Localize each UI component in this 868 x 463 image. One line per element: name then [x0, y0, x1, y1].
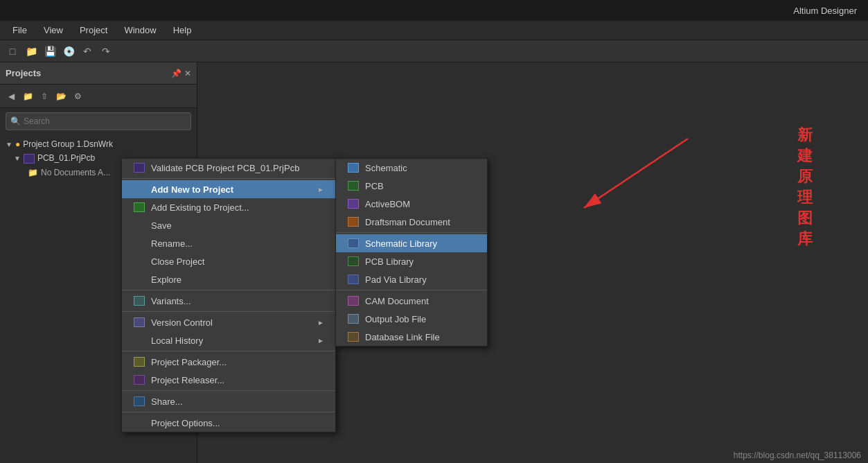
ctx-vc-arrow: ►: [317, 319, 324, 326]
ctx-sep-2: [122, 290, 335, 290]
ctx-sub-pcblibrary[interactable]: PCB Library: [336, 252, 487, 270]
ctx-sep-3: [122, 311, 335, 312]
ctx-share-icon: [133, 396, 145, 407]
ctx-options[interactable]: Project Options...: [122, 414, 335, 432]
toolbar-undo[interactable]: ↶: [79, 43, 96, 60]
ctx-sub-schematic-library[interactable]: Schematic Library: [336, 234, 487, 252]
ctx-options-label: Project Options...: [151, 418, 220, 428]
statusbar: https://blog.csdn.net/qq_38113006: [727, 448, 868, 463]
ctx-explore[interactable]: Explore: [122, 270, 335, 288]
ctx-rename-label: Rename...: [151, 238, 193, 249]
ctx-sub-cam-label: CAM Document: [365, 296, 429, 306]
cam-icon: [347, 295, 360, 306]
annotation-arrow: [556, 118, 764, 222]
menu-window[interactable]: Window: [117, 22, 163, 38]
project-group-label: Project Group 1.DsnWrk: [23, 139, 113, 149]
ctx-validate[interactable]: Validate PCB Project PCB_01.PrjPcb: [122, 159, 335, 177]
validate-icon: [133, 162, 145, 173]
menu-file[interactable]: File: [6, 22, 34, 38]
search-input[interactable]: [24, 116, 186, 126]
panel-tool-4[interactable]: 📂: [54, 89, 68, 103]
panel-header: Projects 📌 ✕: [0, 62, 197, 85]
pcb-project-label: PCB_01.PrjPcb: [37, 153, 95, 163]
ctx-sub-draftsman[interactable]: Draftsman Document: [336, 213, 487, 231]
ctx-validate-label: Validate PCB Project PCB_01.PrjPcb: [151, 163, 299, 173]
ctx-close-project[interactable]: Close Project: [122, 252, 335, 270]
annotation-text: 新建原理图库: [797, 125, 813, 250]
titlebar: Altium Designer: [0, 0, 868, 21]
ctx-version-control[interactable]: Version Control ►: [122, 313, 335, 331]
draftsman-icon: [347, 216, 360, 227]
ctx-releaser[interactable]: Project Releaser...: [122, 371, 335, 389]
ctx-sep-4: [122, 351, 335, 351]
no-docs-label: No Documents A...: [41, 168, 110, 177]
ctx-add-new[interactable]: Add New to Project ►: [122, 180, 335, 198]
pcb-icon: [347, 180, 360, 191]
panel-tool-3[interactable]: ⇧: [37, 89, 51, 103]
ctx-sub-activebom[interactable]: ActiveBOM: [336, 195, 487, 213]
toolbar-open[interactable]: 📁: [23, 43, 39, 60]
ctx-sub-cam[interactable]: CAM Document: [336, 292, 487, 310]
search-icon: 🔍: [10, 116, 21, 126]
folder-icon: 📁: [28, 168, 38, 177]
ctx-sub-outputjob-label: Output Job File: [365, 314, 426, 324]
ctx-close-icon: [133, 256, 145, 267]
ctx-sub-pcb[interactable]: PCB: [336, 177, 487, 195]
context-menu-submenu: Schematic PCB ActiveBOM Draftsman Docume…: [335, 158, 488, 347]
ctx-lh-icon: [133, 335, 145, 346]
pin-icon[interactable]: 📌: [171, 69, 181, 78]
tree-project-group[interactable]: ▼ ● Project Group 1.DsnWrk: [0, 137, 197, 151]
ctx-rename-icon: [133, 238, 145, 249]
padvia-icon: [347, 274, 360, 285]
close-icon[interactable]: ✕: [184, 69, 191, 78]
toolbar-save-all[interactable]: 💿: [60, 43, 77, 60]
ctx-sub-padvia[interactable]: Pad Via Library: [336, 270, 487, 288]
ctx-variants[interactable]: Variants...: [122, 292, 335, 310]
ctx-share-label: Share...: [151, 396, 183, 407]
menu-view[interactable]: View: [37, 22, 70, 38]
ctx-add-existing[interactable]: Add Existing to Project...: [122, 198, 335, 216]
expand-icon: ▼: [6, 141, 12, 148]
outputjob-icon: [347, 313, 360, 324]
ctx-sub-pcblibrary-label: PCB Library: [365, 256, 414, 267]
ctx-packager[interactable]: Project Packager...: [122, 353, 335, 371]
panel-header-icons: 📌 ✕: [171, 69, 191, 78]
search-box[interactable]: 🔍: [6, 112, 191, 130]
ctx-lh-arrow: ►: [317, 337, 324, 344]
context-menu-main: Validate PCB Project PCB_01.PrjPcb Add N…: [121, 158, 336, 433]
ctx-sub-dblink-label: Database Link File: [365, 332, 440, 342]
panel-toolbar: ◀ 📁 ⇧ 📂 ⚙: [0, 85, 197, 108]
ctx-sep-6: [122, 412, 335, 412]
ctx-vc-label: Version Control: [151, 317, 213, 328]
ctx-options-icon: [133, 417, 145, 428]
pcb-project-icon: [24, 153, 35, 164]
add-new-icon: [133, 184, 145, 195]
ctx-sub-outputjob[interactable]: Output Job File: [336, 310, 487, 328]
menubar: File View Project Window Help: [0, 21, 868, 40]
ctx-save-label: Save: [151, 220, 172, 231]
ctx-share[interactable]: Share...: [122, 392, 335, 410]
ctx-local-history[interactable]: Local History ►: [122, 331, 335, 349]
panel-tool-1[interactable]: ◀: [4, 89, 18, 103]
ctx-add-new-label: Add New to Project: [151, 184, 233, 195]
activebom-icon: [347, 198, 360, 209]
dblink-icon: [347, 331, 360, 342]
ctx-variants-icon: [133, 295, 145, 306]
panel-tool-2[interactable]: 📁: [21, 89, 35, 103]
ctx-sub-draftsman-label: Draftsman Document: [365, 217, 450, 227]
menu-project[interactable]: Project: [73, 22, 114, 38]
toolbar-redo[interactable]: ↷: [98, 43, 114, 60]
ctx-vc-icon: [133, 317, 145, 328]
ctx-save[interactable]: Save: [122, 216, 335, 234]
ctx-rename[interactable]: Rename...: [122, 234, 335, 252]
panel-title: Projects: [6, 68, 41, 78]
menu-help[interactable]: Help: [166, 22, 199, 38]
toolbar-save[interactable]: 💾: [42, 43, 58, 60]
ctx-close-label: Close Project: [151, 256, 204, 267]
toolbar-new[interactable]: □: [4, 43, 21, 60]
ctx-sub-pcb-label: PCB: [365, 181, 384, 191]
panel-settings[interactable]: ⚙: [71, 89, 85, 103]
ctx-sub-schematic[interactable]: Schematic: [336, 159, 487, 177]
ctx-sub-dblink[interactable]: Database Link File: [336, 328, 487, 346]
schematic-icon: [347, 162, 360, 173]
